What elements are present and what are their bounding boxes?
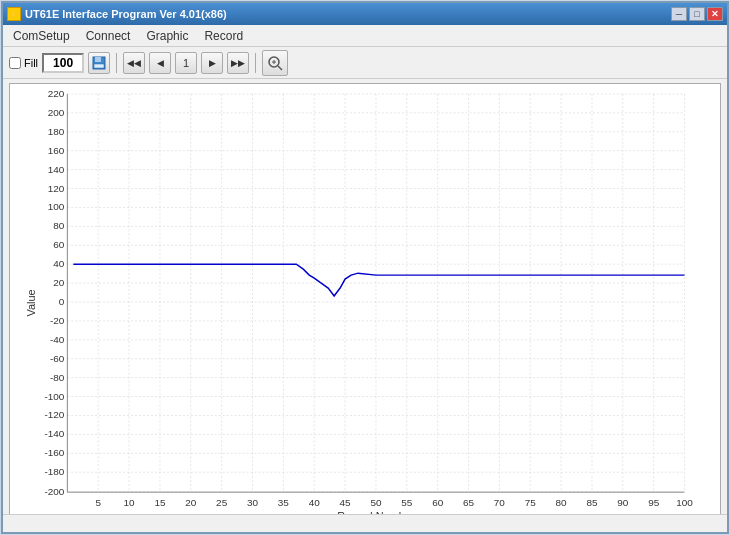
minimize-button[interactable]: ─ (671, 7, 687, 21)
svg-text:-100: -100 (44, 391, 64, 402)
svg-text:160: 160 (48, 145, 65, 156)
svg-text:220: 220 (48, 88, 65, 99)
record-input[interactable] (42, 53, 84, 73)
menu-bar: ComSetup Connect Graphic Record (3, 25, 727, 47)
app-icon: ⚡ (7, 7, 21, 21)
svg-text:80: 80 (53, 220, 65, 231)
title-bar: ⚡ UT61E Interface Program Ver 4.01(x86) … (3, 3, 727, 25)
svg-text:20: 20 (53, 277, 65, 288)
nav-next-button[interactable]: ▶ (201, 52, 223, 74)
nav-first-button[interactable]: ◀◀ (123, 52, 145, 74)
svg-text:Value: Value (25, 289, 37, 316)
svg-text:-120: -120 (44, 409, 64, 420)
svg-text:15: 15 (154, 497, 166, 508)
svg-text:70: 70 (494, 497, 506, 508)
svg-text:65: 65 (463, 497, 475, 508)
nav-pos-button[interactable]: 1 (175, 52, 197, 74)
status-bar (3, 514, 727, 532)
nav-last-button[interactable]: ▶▶ (227, 52, 249, 74)
nav-prev-button[interactable]: ◀ (149, 52, 171, 74)
svg-text:35: 35 (278, 497, 290, 508)
toolbar-separator (116, 53, 117, 73)
svg-text:60: 60 (53, 239, 65, 250)
svg-text:180: 180 (48, 126, 65, 137)
menu-record[interactable]: Record (196, 27, 251, 45)
svg-text:80: 80 (556, 497, 568, 508)
chart-area: 220 200 180 160 140 120 100 80 60 40 20 … (9, 83, 721, 523)
svg-line-4 (278, 66, 282, 70)
svg-text:10: 10 (124, 497, 136, 508)
toolbar: Fill ◀◀ ◀ 1 ▶ ▶▶ (3, 47, 727, 79)
svg-text:40: 40 (309, 497, 321, 508)
svg-text:-80: -80 (50, 372, 65, 383)
svg-text:60: 60 (432, 497, 444, 508)
svg-text:-180: -180 (44, 466, 64, 477)
svg-text:140: 140 (48, 164, 65, 175)
zoom-button[interactable] (262, 50, 288, 76)
maximize-button[interactable]: □ (689, 7, 705, 21)
fill-checkbox[interactable] (9, 57, 21, 69)
svg-text:-200: -200 (44, 486, 64, 497)
save-button[interactable] (88, 52, 110, 74)
menu-graphic[interactable]: Graphic (138, 27, 196, 45)
svg-text:50: 50 (370, 497, 382, 508)
svg-text:5: 5 (95, 497, 101, 508)
svg-text:45: 45 (340, 497, 352, 508)
svg-text:95: 95 (648, 497, 660, 508)
fill-checkbox-container: Fill (9, 57, 38, 69)
toolbar-separator-2 (255, 53, 256, 73)
svg-text:100: 100 (48, 201, 65, 212)
chart-svg: 220 200 180 160 140 120 100 80 60 40 20 … (10, 84, 720, 522)
svg-text:25: 25 (216, 497, 228, 508)
svg-text:90: 90 (617, 497, 629, 508)
svg-text:-20: -20 (50, 315, 65, 326)
svg-text:200: 200 (48, 107, 65, 118)
svg-text:75: 75 (525, 497, 537, 508)
svg-text:40: 40 (53, 258, 65, 269)
title-bar-left: ⚡ UT61E Interface Program Ver 4.01(x86) (7, 7, 227, 21)
svg-text:85: 85 (586, 497, 598, 508)
svg-text:0: 0 (59, 296, 65, 307)
svg-text:100: 100 (676, 497, 693, 508)
zoom-icon (267, 55, 283, 71)
main-window: ⚡ UT61E Interface Program Ver 4.01(x86) … (1, 1, 729, 534)
window-title: UT61E Interface Program Ver 4.01(x86) (25, 8, 227, 20)
save-icon (92, 56, 106, 70)
svg-text:20: 20 (185, 497, 197, 508)
svg-text:30: 30 (247, 497, 259, 508)
menu-comsetup[interactable]: ComSetup (5, 27, 78, 45)
fill-label: Fill (24, 57, 38, 69)
close-button[interactable]: ✕ (707, 7, 723, 21)
menu-connect[interactable]: Connect (78, 27, 139, 45)
svg-rect-2 (94, 64, 104, 68)
svg-text:-40: -40 (50, 334, 65, 345)
svg-text:-140: -140 (44, 428, 64, 439)
svg-rect-1 (95, 57, 101, 62)
svg-text:-160: -160 (44, 447, 64, 458)
svg-text:-60: -60 (50, 353, 65, 364)
title-controls: ─ □ ✕ (671, 7, 723, 21)
svg-text:55: 55 (401, 497, 413, 508)
svg-text:120: 120 (48, 183, 65, 194)
svg-rect-7 (23, 84, 708, 522)
